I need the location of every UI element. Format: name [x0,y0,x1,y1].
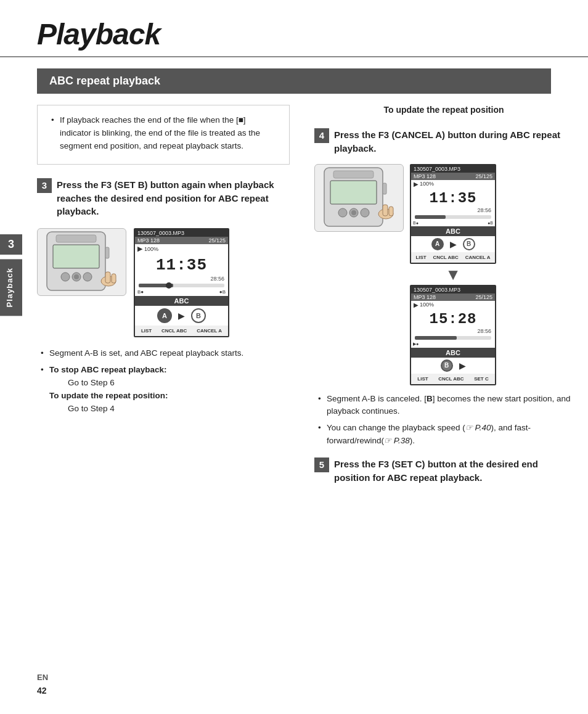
lcd-before-progress [415,215,491,219]
lcd-before-fill [415,215,446,219]
side-tab-number: 3 [0,234,22,255]
step-5-badge: 5 [314,458,329,472]
lcd-bf-filename: 130507_0003.MP3 [414,166,460,172]
lcd-btn-list: LIST [141,328,152,334]
lcd-format-bar: MP3 128 25/125 [135,237,228,244]
lcd-af-zoom: 100% [420,302,434,308]
step-3-row: 3 Press the F3 (SET B) button again when… [37,178,290,218]
lcd-bf-format: MP3 128 [414,173,436,179]
svg-rect-21 [389,207,393,216]
lcd-after-elapsed: 28:56 [411,328,495,334]
lcd-btn-cnclABC: CNCL ABC [161,328,187,334]
lcd-before-btns: LIST CNCL ABC CANCEL A [411,252,495,263]
lcd-before-play: ▶ [450,239,457,249]
update-position-header: To update the repeat position [314,105,573,115]
step-4-badge: 4 [314,128,329,143]
lcd-before-ab: A ▶ B [411,236,495,252]
side-tab-label: Playback [0,259,22,316]
recorder-device [37,228,126,296]
left-column: If playback reaches the end of the file … [37,94,302,485]
lcd-filename-bar: 130507_0003.MP3 [135,229,228,237]
lcd-screen-before: 130507_0003.MP3 MP3 128 25/125 ▶ 100% 11… [410,164,496,264]
page-title: Playback [0,0,588,57]
lcd-track: 25/125 [208,237,226,244]
lcd-before-b-icon: B [463,238,475,250]
lcd-elapsed: 28:56 [210,276,224,282]
lcd-after-time: 15:28 [411,309,495,328]
page-number: 42 [37,673,47,696]
after-step3-bullets: Segment A-B is set, and ABC repeat playb… [37,347,290,416]
svg-point-14 [338,208,347,217]
lcd-af-btn3: SET C [474,376,489,382]
svg-point-7 [74,274,79,279]
stop-label-bold: To stop ABC repeat playback: [49,365,167,374]
lcd-abc-label: ABC [135,296,228,306]
lcd-ab-icons: A ▶ B [135,306,228,326]
lcd-before-filename: 130507_0003.MP3 [411,165,495,173]
svg-point-16 [361,208,369,217]
lcd-format: MP3 128 [137,237,160,244]
arrow-down-icon: ▼ [445,266,461,282]
step-5-row: 5 Press the F3 (SET C) button at the des… [314,458,573,485]
step-5-text: Press the F3 (SET C) button at the desir… [334,458,573,485]
step-3-text: Press the F3 (SET B) button again when p… [57,178,290,218]
bullet-segment-set: Segment A-B is set, and ABC repeat playb… [37,347,290,360]
lcd-after-fill [415,336,457,340]
lcd-after-btns: LIST CNCL ABC SET C [411,374,495,384]
lcd-af-filename: 130507_0003.MP3 [414,287,460,293]
right-bullet-1: Segment A-B is canceled. [B] becomes the… [314,393,573,419]
svg-rect-13 [330,181,377,204]
svg-rect-20 [383,205,388,216]
step4-device-area: 130507_0003.MP3 MP3 128 25/125 ▶ 100% 11… [314,164,573,385]
lcd-b-icon: B [191,308,206,323]
lcd-play-icon: ▶ [178,311,185,321]
step-4-row: 4 Press the F3 (CANCEL A) button during … [314,128,573,155]
svg-rect-9 [105,272,110,283]
svg-rect-12 [333,171,374,178]
lcd-time: 11:35 [135,253,228,276]
lcd-bf-btn2: CNCL ABC [433,255,459,260]
lcd-after-b-icon: B [441,359,453,372]
lcd-screen-after: 130507_0003.MP3 MP3 128 25/125 ▶ 100% 15… [410,285,496,385]
lcd-button-row: LIST CNCL ABC CANCEL A [135,326,228,336]
bullet-stop-label: To stop ABC repeat playback: Go to Step … [37,364,290,416]
svg-rect-1 [56,235,96,242]
lcd-bf-zoom: 100% [420,181,434,187]
lcd-after-ab: B ▶ [411,358,495,374]
lcd-after-filename: 130507_0003.MP3 [411,286,495,293]
lcd-af-track: 25/125 [475,294,492,300]
lcd-zoom: 100% [144,246,158,252]
lcd-af-btn2: CNCL ABC [438,376,463,382]
right-bullets: Segment A-B is canceled. [B] becomes the… [314,393,573,448]
svg-rect-6 [105,247,109,258]
svg-rect-17 [383,183,386,194]
lcd-filename: 130507_0003.MP3 [137,230,184,236]
lcd-after-progress [415,336,491,340]
lcd-af-btn1: LIST [417,376,428,382]
page-num-value: 42 [37,686,47,696]
lcd-a-icon: A [157,308,172,323]
bullet-box: If playback reaches the end of the file … [37,105,290,165]
bullet-box-item: If playback reaches the end of the file … [49,114,278,153]
svg-rect-10 [112,274,116,283]
lcd-elapsed-row: 28:56 [135,276,228,282]
update-label-bold: To update the repeat position: [49,391,168,400]
right-bullet-2: You can change the playback speed (☞ P.4… [314,422,573,448]
lcd-before-abc: ABC [411,226,495,236]
update-value: Go to Step 4 [49,403,290,416]
section-header: ABC repeat playback [37,68,551,94]
lcd-bf-btn1: LIST [415,255,426,260]
lcd-before-elapsed: 28:56 [411,207,495,213]
lcd-screen-step3: 130507_0003.MP3 MP3 128 25/125 ▶ 100% 11… [134,228,229,337]
svg-rect-2 [53,245,99,268]
lcd-af-format: MP3 128 [414,294,436,300]
lcd-after-abc: ABC [411,348,495,358]
screens-column: 130507_0003.MP3 MP3 128 25/125 ▶ 100% 11… [410,164,496,385]
svg-point-18 [351,210,356,215]
recorder-device-step4 [314,164,404,232]
svg-point-3 [61,273,70,281]
lcd-before-time: 11:35 [411,188,495,207]
lcd-before-format-bar: MP3 128 25/125 [411,173,495,180]
step-4-text: Press the F3 (CANCEL A) button during AB… [334,128,573,155]
lcd-bf-btn3: CANCEL A [465,255,491,260]
